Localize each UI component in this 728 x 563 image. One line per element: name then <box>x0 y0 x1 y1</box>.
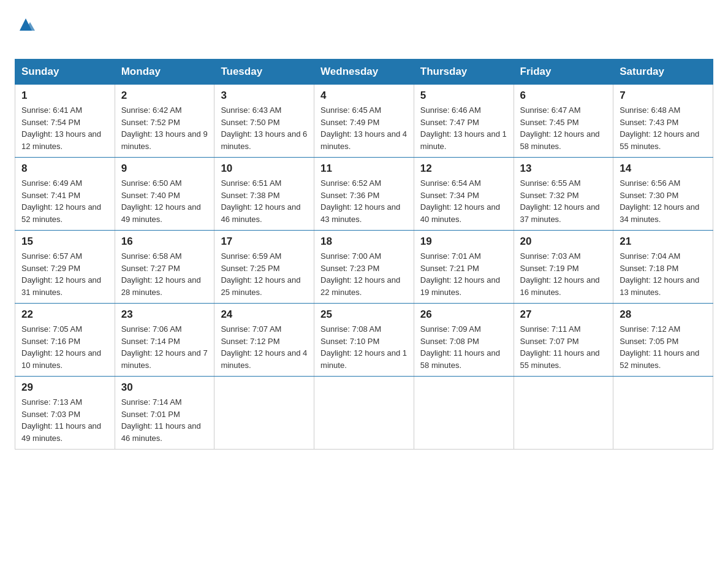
day-info: Sunrise: 7:07 AMSunset: 7:12 PMDaylight:… <box>221 323 308 371</box>
weekday-header-monday: Monday <box>115 59 214 85</box>
day-number: 30 <box>121 381 208 394</box>
calendar-cell: 19 Sunrise: 7:01 AMSunset: 7:21 PMDaylig… <box>414 231 514 304</box>
day-info: Sunrise: 6:51 AMSunset: 7:38 PMDaylight:… <box>221 177 308 225</box>
day-number: 6 <box>520 90 607 102</box>
calendar-cell: 23 Sunrise: 7:06 AMSunset: 7:14 PMDaylig… <box>115 304 214 377</box>
calendar-week-row: 8 Sunrise: 6:49 AMSunset: 7:41 PMDayligh… <box>15 158 713 231</box>
calendar-cell: 9 Sunrise: 6:50 AMSunset: 7:40 PMDayligh… <box>115 158 214 231</box>
day-info: Sunrise: 7:13 AMSunset: 7:03 PMDaylight:… <box>21 396 108 444</box>
day-info: Sunrise: 6:48 AMSunset: 7:43 PMDaylight:… <box>620 104 707 152</box>
calendar-cell: 3 Sunrise: 6:43 AMSunset: 7:50 PMDayligh… <box>214 85 314 158</box>
calendar-week-row: 1 Sunrise: 6:41 AMSunset: 7:54 PMDayligh… <box>15 85 713 158</box>
day-info: Sunrise: 7:08 AMSunset: 7:10 PMDaylight:… <box>320 323 408 371</box>
day-number: 4 <box>320 90 408 102</box>
day-info: Sunrise: 7:01 AMSunset: 7:21 PMDaylight:… <box>420 250 507 298</box>
day-number: 24 <box>221 308 308 321</box>
calendar-cell: 11 Sunrise: 6:52 AMSunset: 7:36 PMDaylig… <box>314 158 414 231</box>
day-number: 28 <box>620 308 707 321</box>
day-number: 21 <box>620 236 707 248</box>
day-number: 10 <box>221 163 308 175</box>
day-info: Sunrise: 6:45 AMSunset: 7:49 PMDaylight:… <box>320 104 408 152</box>
day-info: Sunrise: 7:05 AMSunset: 7:16 PMDaylight:… <box>21 323 108 371</box>
day-info: Sunrise: 6:58 AMSunset: 7:27 PMDaylight:… <box>121 250 208 298</box>
calendar-cell <box>214 377 314 450</box>
calendar-cell: 6 Sunrise: 6:47 AMSunset: 7:45 PMDayligh… <box>514 85 613 158</box>
day-info: Sunrise: 7:03 AMSunset: 7:19 PMDaylight:… <box>520 250 607 298</box>
calendar-cell: 26 Sunrise: 7:09 AMSunset: 7:08 PMDaylig… <box>414 304 514 377</box>
day-number: 13 <box>520 163 607 175</box>
day-number: 1 <box>21 90 108 102</box>
day-number: 22 <box>21 308 108 321</box>
weekday-header-friday: Friday <box>514 59 613 85</box>
day-number: 19 <box>420 236 507 248</box>
calendar-cell: 13 Sunrise: 6:55 AMSunset: 7:32 PMDaylig… <box>514 158 613 231</box>
weekday-header-wednesday: Wednesday <box>314 59 414 85</box>
logo-triangle-icon <box>17 13 35 32</box>
day-number: 7 <box>620 90 707 102</box>
day-info: Sunrise: 6:42 AMSunset: 7:52 PMDaylight:… <box>121 104 208 152</box>
day-info: Sunrise: 7:04 AMSunset: 7:18 PMDaylight:… <box>620 250 707 298</box>
calendar-cell: 24 Sunrise: 7:07 AMSunset: 7:12 PMDaylig… <box>214 304 314 377</box>
day-number: 9 <box>121 163 208 175</box>
day-info: Sunrise: 6:43 AMSunset: 7:50 PMDaylight:… <box>221 104 308 152</box>
calendar-cell: 1 Sunrise: 6:41 AMSunset: 7:54 PMDayligh… <box>15 85 115 158</box>
calendar-week-row: 22 Sunrise: 7:05 AMSunset: 7:16 PMDaylig… <box>15 304 713 377</box>
calendar-cell: 30 Sunrise: 7:14 AMSunset: 7:01 PMDaylig… <box>115 377 214 450</box>
day-number: 12 <box>420 163 507 175</box>
weekday-header-sunday: Sunday <box>15 59 115 85</box>
day-number: 26 <box>420 308 507 321</box>
day-info: Sunrise: 6:46 AMSunset: 7:47 PMDaylight:… <box>420 104 507 152</box>
day-info: Sunrise: 6:59 AMSunset: 7:25 PMDaylight:… <box>221 250 308 298</box>
page-header <box>15 15 713 48</box>
day-number: 29 <box>21 381 108 394</box>
day-number: 2 <box>121 90 208 102</box>
day-info: Sunrise: 6:47 AMSunset: 7:45 PMDaylight:… <box>520 104 607 152</box>
day-number: 11 <box>320 163 408 175</box>
calendar-cell <box>414 377 514 450</box>
calendar-cell: 10 Sunrise: 6:51 AMSunset: 7:38 PMDaylig… <box>214 158 314 231</box>
calendar-cell <box>514 377 613 450</box>
day-info: Sunrise: 6:56 AMSunset: 7:30 PMDaylight:… <box>620 177 707 225</box>
calendar-cell: 17 Sunrise: 6:59 AMSunset: 7:25 PMDaylig… <box>214 231 314 304</box>
weekday-header-saturday: Saturday <box>613 59 713 85</box>
day-number: 16 <box>121 236 208 248</box>
day-info: Sunrise: 7:09 AMSunset: 7:08 PMDaylight:… <box>420 323 507 371</box>
calendar-cell: 15 Sunrise: 6:57 AMSunset: 7:29 PMDaylig… <box>15 231 115 304</box>
calendar-cell: 5 Sunrise: 6:46 AMSunset: 7:47 PMDayligh… <box>414 85 514 158</box>
calendar-cell: 16 Sunrise: 6:58 AMSunset: 7:27 PMDaylig… <box>115 231 214 304</box>
calendar-cell: 2 Sunrise: 6:42 AMSunset: 7:52 PMDayligh… <box>115 85 214 158</box>
calendar-cell: 21 Sunrise: 7:04 AMSunset: 7:18 PMDaylig… <box>613 231 713 304</box>
day-info: Sunrise: 6:50 AMSunset: 7:40 PMDaylight:… <box>121 177 208 225</box>
calendar-week-row: 29 Sunrise: 7:13 AMSunset: 7:03 PMDaylig… <box>15 377 713 450</box>
calendar-table: SundayMondayTuesdayWednesdayThursdayFrid… <box>15 59 713 450</box>
day-info: Sunrise: 7:06 AMSunset: 7:14 PMDaylight:… <box>121 323 208 371</box>
calendar-cell: 28 Sunrise: 7:12 AMSunset: 7:05 PMDaylig… <box>613 304 713 377</box>
calendar-cell: 20 Sunrise: 7:03 AMSunset: 7:19 PMDaylig… <box>514 231 613 304</box>
day-info: Sunrise: 6:52 AMSunset: 7:36 PMDaylight:… <box>320 177 408 225</box>
day-number: 17 <box>221 236 308 248</box>
calendar-cell: 27 Sunrise: 7:11 AMSunset: 7:07 PMDaylig… <box>514 304 613 377</box>
day-info: Sunrise: 6:55 AMSunset: 7:32 PMDaylight:… <box>520 177 607 225</box>
calendar-cell: 8 Sunrise: 6:49 AMSunset: 7:41 PMDayligh… <box>15 158 115 231</box>
day-number: 15 <box>21 236 108 248</box>
calendar-cell: 4 Sunrise: 6:45 AMSunset: 7:49 PMDayligh… <box>314 85 414 158</box>
weekday-header-tuesday: Tuesday <box>214 59 314 85</box>
day-info: Sunrise: 7:14 AMSunset: 7:01 PMDaylight:… <box>121 396 208 444</box>
day-number: 25 <box>320 308 408 321</box>
day-info: Sunrise: 7:11 AMSunset: 7:07 PMDaylight:… <box>520 323 607 371</box>
day-info: Sunrise: 7:00 AMSunset: 7:23 PMDaylight:… <box>320 250 408 298</box>
weekday-header-thursday: Thursday <box>414 59 514 85</box>
calendar-cell: 29 Sunrise: 7:13 AMSunset: 7:03 PMDaylig… <box>15 377 115 450</box>
logo <box>15 15 35 48</box>
day-number: 18 <box>320 236 408 248</box>
day-info: Sunrise: 6:49 AMSunset: 7:41 PMDaylight:… <box>21 177 108 225</box>
day-info: Sunrise: 6:54 AMSunset: 7:34 PMDaylight:… <box>420 177 507 225</box>
calendar-cell: 22 Sunrise: 7:05 AMSunset: 7:16 PMDaylig… <box>15 304 115 377</box>
calendar-cell: 7 Sunrise: 6:48 AMSunset: 7:43 PMDayligh… <box>613 85 713 158</box>
calendar-cell <box>613 377 713 450</box>
day-number: 3 <box>221 90 308 102</box>
day-info: Sunrise: 7:12 AMSunset: 7:05 PMDaylight:… <box>620 323 707 371</box>
day-info: Sunrise: 6:57 AMSunset: 7:29 PMDaylight:… <box>21 250 108 298</box>
day-info: Sunrise: 6:41 AMSunset: 7:54 PMDaylight:… <box>21 104 108 152</box>
calendar-cell <box>314 377 414 450</box>
